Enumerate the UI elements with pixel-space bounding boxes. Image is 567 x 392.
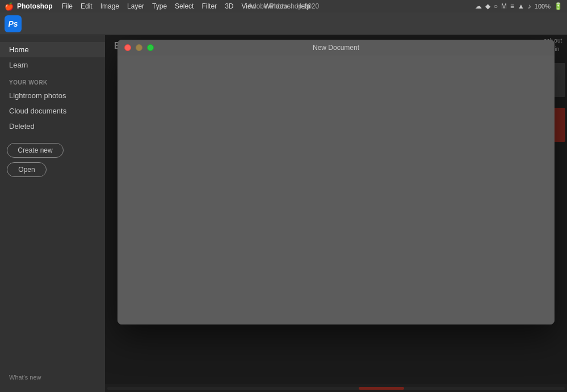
modal-overlay: New Document (105, 35, 567, 392)
dropbox-icon: ◆ (485, 2, 490, 10)
sidebar-bottom: What's new (0, 369, 105, 385)
menu-type[interactable]: Type (149, 0, 170, 12)
menu-select[interactable]: Select (171, 0, 197, 12)
menu-icon-2: ≡ (510, 2, 514, 10)
sidebar-item-deleted[interactable]: Deleted (0, 119, 105, 134)
volume-icon: ♪ (528, 2, 531, 10)
home-label: Home (9, 45, 29, 54)
maximize-button[interactable] (147, 44, 154, 51)
battery-indicator: 100% (535, 3, 551, 10)
sidebar-item-home[interactable]: Home (0, 42, 105, 57)
menu-image[interactable]: Image (97, 0, 123, 12)
menu-filter[interactable]: Filter (198, 0, 220, 12)
browser-icon: ○ (494, 2, 498, 10)
modal-body (117, 56, 555, 324)
your-work-section-label: YOUR WORK (0, 73, 105, 88)
app-name-label: Photoshop (17, 2, 53, 10)
modal-title: New Document (313, 44, 359, 52)
sidebar-item-learn[interactable]: Learn (0, 57, 105, 73)
battery-icon: 🔋 (554, 2, 562, 10)
apple-menu-icon[interactable]: 🍎 (5, 2, 14, 11)
lightroom-label: Lightroom photos (9, 91, 66, 100)
learn-label: Learn (9, 61, 28, 69)
minimize-button[interactable] (136, 44, 142, 51)
sidebar: Home Learn YOUR WORK Lightroom photos Cl… (0, 35, 105, 392)
open-button[interactable]: Open (7, 162, 47, 177)
app-toolbar: Ps (0, 12, 567, 35)
create-new-button[interactable]: Create new (7, 143, 64, 158)
whats-new-link[interactable]: What's new (9, 374, 96, 381)
modal-titlebar: New Document (117, 40, 555, 56)
ps-label: Ps (8, 19, 18, 28)
menu-icon-1: M (501, 2, 507, 10)
main-container: Home Learn YOUR WORK Lightroom photos Cl… (0, 35, 567, 392)
menubar: 🍎 Photoshop File Edit Image Layer Type S… (0, 0, 567, 12)
cloud-label: Cloud documents (9, 107, 66, 115)
cloud-icon: ☁ (475, 2, 482, 10)
menu-3d[interactable]: 3D (221, 0, 237, 12)
close-button[interactable] (124, 44, 131, 51)
sidebar-action-buttons: Create new Open (0, 143, 105, 177)
menubar-right-icons: ☁ ◆ ○ M ≡ ▲ ♪ 100% 🔋 (475, 2, 562, 10)
sidebar-item-lightroom[interactable]: Lightroom photos (0, 88, 105, 103)
ps-logo-icon: Ps (5, 15, 22, 32)
new-document-modal: New Document (117, 40, 555, 324)
window-title: Adobe Photoshop 2020 (248, 2, 319, 10)
deleted-label: Deleted (9, 122, 35, 130)
menu-file[interactable]: File (58, 0, 76, 12)
menu-edit[interactable]: Edit (77, 0, 96, 12)
content-area: Build your skills i New Document eck (105, 35, 567, 392)
sidebar-item-cloud[interactable]: Cloud documents (0, 103, 105, 119)
wifi-icon: ▲ (518, 2, 524, 10)
menu-layer[interactable]: Layer (124, 0, 148, 12)
